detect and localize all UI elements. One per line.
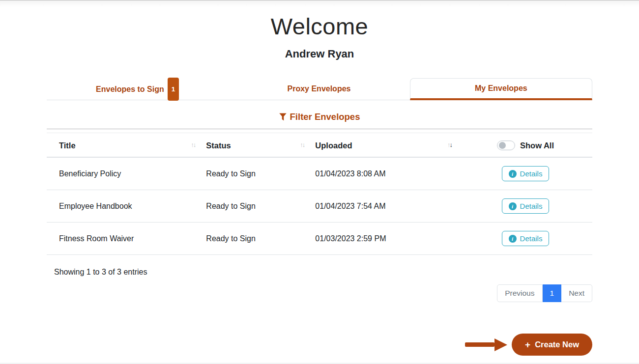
arrow-right-icon [465, 338, 507, 351]
tab-bar: Envelopes to Sign1 Proxy Envelopes My En… [47, 78, 592, 100]
sort-arrows-icon[interactable]: ↑↓ [191, 141, 198, 148]
column-header-uploaded[interactable]: Uploaded ↑↓ [311, 133, 459, 158]
info-icon: i [509, 235, 517, 243]
table-row: Beneficiary Policy Ready to Sign 01/04/2… [47, 157, 592, 190]
filter-label: Filter Envelopes [290, 112, 360, 122]
envelope-status: Ready to Sign [202, 157, 311, 190]
tab-label: Proxy Envelopes [288, 84, 351, 93]
info-icon: i [509, 202, 517, 210]
table-row: Employee Handbook Ready to Sign 01/04/20… [47, 190, 592, 223]
column-header-status[interactable]: Status ↑↓ [202, 133, 311, 158]
show-all-label: Show All [520, 141, 554, 150]
tab-label: Envelopes to Sign [96, 85, 164, 93]
envelope-uploaded: 01/03/2023 2:59 PM [311, 223, 459, 255]
envelope-title: Employee Handbook [47, 190, 202, 223]
funnel-icon [279, 113, 287, 121]
sort-arrows-icon[interactable]: ↑↓ [447, 141, 455, 148]
details-label: Details [520, 234, 543, 243]
show-all-toggle[interactable] [497, 140, 515, 150]
divider [47, 129, 592, 129]
plus-icon: + [525, 341, 530, 348]
filter-envelopes-button[interactable]: Filter Envelopes [47, 100, 592, 129]
pagination: Previous 1 Next [497, 284, 592, 302]
top-edge-strip [0, 0, 639, 7]
create-new-button[interactable]: + Create New [512, 334, 592, 356]
column-label: Title [59, 141, 76, 150]
pagination-page-1[interactable]: 1 [543, 284, 562, 302]
details-button[interactable]: i Details [502, 198, 550, 214]
envelope-title: Fitness Room Waiver [47, 223, 202, 255]
envelope-status: Ready to Sign [202, 223, 311, 255]
entries-summary: Showing 1 to 3 of 3 entries [47, 268, 592, 277]
envelope-title: Beneficiary Policy [47, 157, 202, 190]
column-label: Uploaded [315, 141, 352, 150]
details-label: Details [520, 202, 543, 210]
column-label: Status [206, 141, 231, 150]
create-new-label: Create New [535, 340, 579, 349]
tab-envelopes-to-sign[interactable]: Envelopes to Sign1 [47, 78, 228, 100]
user-name: Andrew Ryan [0, 48, 639, 60]
details-label: Details [520, 169, 543, 178]
envelopes-table: Title ↑↓ Status ↑↓ Uploaded ↑↓ S [47, 133, 592, 255]
toggle-knob [499, 142, 506, 149]
pagination-next[interactable]: Next [561, 284, 592, 302]
envelope-uploaded: 01/04/2023 7:54 AM [311, 190, 459, 223]
pagination-previous[interactable]: Previous [497, 284, 542, 302]
tab-label: My Envelopes [475, 84, 527, 92]
column-header-title[interactable]: Title ↑↓ [47, 133, 202, 158]
sort-arrows-icon[interactable]: ↑↓ [300, 141, 307, 148]
details-button[interactable]: i Details [502, 166, 550, 181]
tab-proxy-envelopes[interactable]: Proxy Envelopes [228, 78, 409, 100]
details-button[interactable]: i Details [502, 231, 550, 246]
info-icon: i [509, 170, 517, 178]
tab-my-envelopes[interactable]: My Envelopes [410, 78, 592, 100]
count-badge: 1 [168, 78, 179, 101]
envelope-status: Ready to Sign [202, 190, 311, 223]
envelope-uploaded: 01/04/2023 8:08 AM [311, 157, 459, 190]
table-row: Fitness Room Waiver Ready to Sign 01/03/… [47, 223, 592, 255]
page-title: Welcome [0, 13, 639, 40]
